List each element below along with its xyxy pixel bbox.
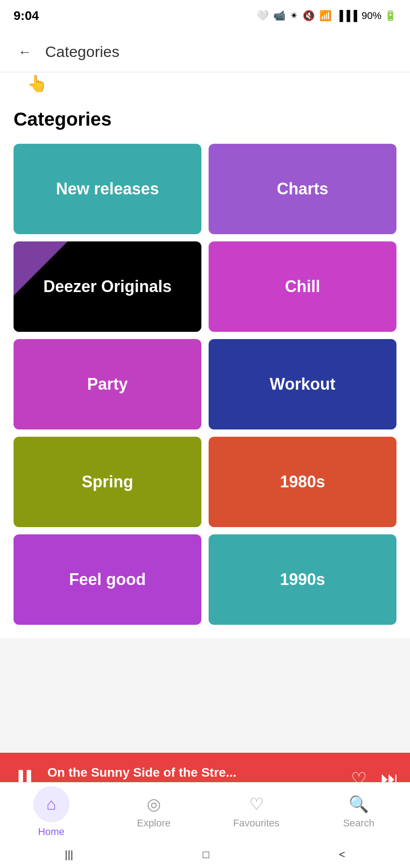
status-time: 9:04 bbox=[14, 9, 39, 23]
category-label-chill: Chill bbox=[280, 273, 325, 301]
header-title: Categories bbox=[45, 43, 119, 61]
category-grid: New releases Charts Deezer Originals Chi… bbox=[14, 144, 396, 625]
bottom-nav: ⌂ Home ◎ Explore ♡ Favourites 🔍 Search bbox=[0, 782, 410, 841]
cursor-icon: 👆 bbox=[27, 74, 47, 93]
header: ← Categories bbox=[0, 32, 410, 72]
track-title: On the Sunny Side of the Stre... bbox=[47, 765, 351, 780]
category-card-spring[interactable]: Spring bbox=[14, 437, 201, 527]
back-button[interactable]: ← bbox=[14, 41, 36, 63]
bluetooth-icon: ✴ bbox=[290, 10, 298, 22]
category-label-new-releases: New releases bbox=[51, 175, 163, 203]
nav-label-explore: Explore bbox=[137, 817, 171, 829]
camera-icon: 📹 bbox=[273, 10, 285, 22]
cursor-area: 👆 bbox=[0, 72, 410, 95]
mute-icon: 🔇 bbox=[303, 10, 315, 22]
nav-label-favourites: Favourites bbox=[233, 817, 280, 829]
heart-health-icon: 🤍 bbox=[256, 10, 269, 22]
category-card-deezer-originals[interactable]: Deezer Originals bbox=[14, 241, 201, 332]
status-bar: 9:04 🤍 📹 ✴ 🔇 📶 ▐▐▐ 90% 🔋 bbox=[0, 0, 410, 32]
category-label-1980s: 1980s bbox=[275, 468, 330, 496]
category-label-deezer-originals: Deezer Originals bbox=[39, 273, 176, 301]
main-content: Categories New releases Charts Deezer Or… bbox=[0, 95, 410, 638]
category-card-1990s[interactable]: 1990s bbox=[209, 534, 396, 625]
android-nav-bar: ||| □ < bbox=[0, 841, 410, 868]
explore-icon: ◎ bbox=[147, 795, 161, 814]
category-card-workout[interactable]: Workout bbox=[209, 339, 396, 429]
category-card-new-releases[interactable]: New releases bbox=[14, 144, 201, 234]
category-card-charts[interactable]: Charts bbox=[209, 144, 396, 234]
signal-icon: ▐▐▐ bbox=[336, 10, 357, 22]
nav-label-search: Search bbox=[343, 817, 375, 829]
search-icon: 🔍 bbox=[349, 795, 369, 814]
home-icon: ⌂ bbox=[47, 795, 56, 814]
category-card-1980s[interactable]: 1980s bbox=[209, 437, 396, 527]
category-label-feel-good: Feel good bbox=[65, 566, 150, 594]
category-card-party[interactable]: Party bbox=[14, 339, 201, 429]
category-label-1990s: 1990s bbox=[275, 566, 330, 594]
back-arrow-icon: ← bbox=[18, 44, 32, 60]
category-card-chill[interactable]: Chill bbox=[209, 241, 396, 332]
android-menu-button[interactable]: ||| bbox=[65, 848, 73, 861]
nav-item-favourites[interactable]: ♡ Favourites bbox=[205, 795, 308, 829]
category-label-spring: Spring bbox=[77, 468, 138, 496]
android-home-button[interactable]: □ bbox=[203, 848, 210, 861]
home-icon-bg: ⌂ bbox=[33, 786, 70, 822]
page-title: Categories bbox=[14, 108, 396, 130]
category-card-feel-good[interactable]: Feel good bbox=[14, 534, 201, 625]
status-icons: 🤍 📹 ✴ 🔇 📶 ▐▐▐ 90% 🔋 bbox=[256, 10, 396, 22]
wifi-icon: 📶 bbox=[319, 10, 331, 22]
category-label-charts: Charts bbox=[272, 175, 333, 203]
nav-label-home: Home bbox=[38, 826, 65, 838]
favourites-icon: ♡ bbox=[249, 795, 264, 814]
battery-icon: 90% 🔋 bbox=[362, 10, 396, 22]
category-label-party: Party bbox=[83, 370, 132, 398]
nav-item-explore[interactable]: ◎ Explore bbox=[102, 795, 205, 829]
nav-item-search[interactable]: 🔍 Search bbox=[308, 795, 410, 829]
nav-item-home[interactable]: ⌂ Home bbox=[0, 786, 102, 838]
category-label-workout: Workout bbox=[265, 370, 340, 398]
android-back-button[interactable]: < bbox=[339, 848, 345, 861]
